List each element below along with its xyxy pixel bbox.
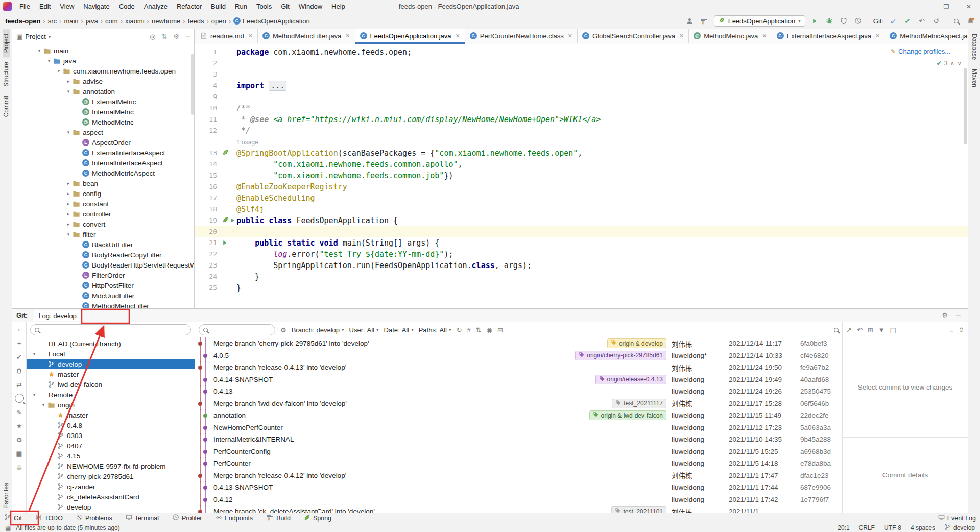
change-profiles-link[interactable]: ✎ Change profiles... (891, 47, 950, 55)
commit-row[interactable]: 0.4.13liuweidong2021/11/24 19:2625350475 (195, 385, 842, 398)
settings-icon[interactable]: ⚙ (280, 326, 286, 334)
breadcrumb-item[interactable]: com (105, 17, 118, 25)
tree-item-filterorder[interactable]: EFilterOrder (12, 270, 194, 280)
breadcrumb-item[interactable]: feeds-open (5, 17, 40, 25)
run-line-icon[interactable] (222, 237, 228, 249)
file-encoding[interactable]: UTF-8 (884, 524, 901, 531)
branch-label-pill[interactable]: origin/cherry-pick-29785d61 (575, 351, 666, 360)
close-tab-icon[interactable]: ✕ (568, 33, 572, 39)
sidebar-item-commit[interactable]: Commit (3, 91, 10, 122)
tool-switcher-icon[interactable]: ▦ (5, 524, 11, 531)
chevron-down-icon[interactable]: ▾ (31, 351, 38, 356)
commit-row[interactable]: Merge branch 'lwd-dev-falcon' into 'deve… (195, 398, 842, 410)
resize-icon[interactable]: ⇕ (959, 326, 964, 334)
branch-label-pill[interactable]: origin & develop (607, 338, 666, 348)
add-icon[interactable]: + (15, 338, 24, 348)
branch-label-pill[interactable]: origin & lwd-dev-falcon (589, 410, 666, 420)
code-line[interactable]: 1package com.xiaomi.newhome.feeds.open; (195, 46, 968, 58)
code-line[interactable]: 16@EnableZooKeeperRegistry (195, 181, 968, 192)
tree-item-bodyreaderhttpservletrequestwrap[interactable]: CBodyReaderHttpServletRequestWrap (12, 260, 194, 270)
toolwindow-button-terminal[interactable]: Terminal (126, 514, 159, 522)
branch-item-cj-zander[interactable]: cj-zander (27, 481, 195, 492)
close-tab-icon[interactable]: ✕ (456, 33, 460, 39)
chevron-down-icon[interactable]: ▾ (36, 48, 43, 53)
indent-setting[interactable]: 4 spaces (911, 524, 935, 531)
editor-tab-feedsopenapplication.java[interactable]: CFeedsOpenApplication.java✕ (355, 29, 465, 44)
commit-row[interactable]: PerfCounterConfigliuweidong2021/11/5 15:… (195, 446, 842, 458)
usages-inlay-hint[interactable]: 1 usage (236, 139, 258, 146)
expand-icon[interactable]: ⊞ (868, 326, 873, 334)
project-view-selector[interactable]: ▣ Project ▾ (16, 33, 51, 40)
settings-icon[interactable]: ⚙ (15, 435, 24, 444)
run-icon[interactable] (810, 16, 820, 26)
caret-position[interactable]: 20:1 (838, 524, 849, 531)
branch-label-pill[interactable]: test_20211101 (611, 506, 666, 513)
filter-paths[interactable]: Paths: All ▾ (419, 326, 451, 334)
editor-scrollbar[interactable] (963, 44, 968, 308)
go-to-hash-icon[interactable]: # (467, 326, 470, 334)
chevron-down-icon[interactable]: ▾ (65, 232, 72, 237)
collapse-all-icon[interactable]: ⇅ (161, 33, 167, 40)
breadcrumb-item[interactable]: open (211, 17, 226, 25)
menu-icon[interactable]: ≡ (950, 326, 954, 334)
breadcrumb-item[interactable]: main (64, 17, 78, 25)
commit-row[interactable]: Merge branch 'ck_deleteAssistantCard' in… (195, 505, 842, 513)
inspections-widget[interactable]: ✔ 3 ∧ ∨ (937, 60, 962, 67)
tree-item-bean[interactable]: ▸bean (12, 178, 194, 188)
tree-item-internalmetric[interactable]: @InternalMetric (12, 107, 194, 117)
graph-options-icon[interactable]: ⊞ (497, 326, 503, 334)
search-everywhere-icon[interactable] (951, 16, 961, 26)
commit-row[interactable]: Merge branch 'release-0.4.13' into 'deve… (195, 361, 842, 374)
toolwindow-button-spring[interactable]: Spring (304, 514, 331, 522)
menu-help[interactable]: Help (327, 2, 350, 11)
tree-item-externalinterfaceaspect[interactable]: CExternalInterfaceAspect (12, 148, 194, 158)
code-editor[interactable]: 1package com.xiaomi.newhome.feeds.open;2… (195, 44, 968, 308)
sidebar-item-maven[interactable]: Maven (971, 64, 978, 92)
commit-check-icon[interactable]: ✔ (903, 16, 912, 26)
settings-icon[interactable]: ⚙ (173, 33, 179, 40)
commit-row[interactable]: annotationorigin & lwd-dev-falconliuweid… (195, 409, 842, 422)
menu-refactor[interactable]: Refactor (172, 2, 206, 11)
prev-problem-icon[interactable]: ∧ (950, 60, 954, 67)
toolwindow-button-build[interactable]: Build (266, 514, 291, 523)
code-line[interactable]: 18@Slf4j (195, 204, 968, 215)
code-line[interactable]: 10/** (195, 103, 968, 114)
editor-tab-globalsearchcontroller.java[interactable]: CGlobalSearchController.java✕ (578, 29, 689, 44)
inlay-hint-line[interactable]: 1 usage (195, 136, 968, 148)
chevron-down-icon[interactable]: ▾ (45, 58, 53, 63)
breadcrumb-item[interactable]: xiaomi (125, 17, 145, 25)
breadcrumb-item[interactable]: java (86, 17, 98, 25)
chevron-right-icon[interactable]: ▸ (65, 191, 72, 196)
breadcrumb-item[interactable]: src (48, 17, 57, 25)
code-line[interactable]: 3 (195, 69, 968, 80)
menu-run[interactable]: Run (230, 2, 252, 11)
chevron-right-icon[interactable]: ▸ (65, 211, 72, 216)
branch-item-lwd-dev-falcon[interactable]: lwd-dev-falcon (27, 379, 195, 390)
commit-row[interactable]: 0.4.14-SNAPSHOTorigin/release-0.4.13liuw… (195, 374, 842, 386)
breadcrumb-item[interactable]: CFeedsOpenApplication (233, 17, 310, 25)
chevron-down-icon[interactable]: ▾ (65, 89, 72, 94)
sort-icon[interactable]: ⇅ (476, 326, 482, 334)
commit-row[interactable]: NewHomePerfCounterliuweidong2021/11/12 1… (195, 422, 842, 434)
filter-user[interactable]: User: All ▾ (349, 326, 379, 334)
code-line[interactable]: 4import ... (195, 80, 968, 91)
project-scrollbar[interactable] (191, 54, 194, 115)
commit-row[interactable]: 0.4.13-SNAPSHOTliuweidong2021/11/1 17:44… (195, 481, 842, 494)
branch-item-cherry-pick-29785d61[interactable]: cherry-pick-29785d61 (27, 471, 195, 481)
collapse-all-icon[interactable]: ⇊ (15, 463, 24, 472)
sidebar-item-favorites[interactable]: Favorites (3, 478, 10, 513)
preview-icon[interactable]: ◉ (487, 326, 492, 334)
commit-row[interactable]: Merge branch 'cherry-pick-29785d61' into… (195, 337, 842, 350)
menu-file[interactable]: File (15, 2, 35, 11)
locate-icon[interactable]: ◎ (150, 33, 155, 40)
tree-item-httppostfilter[interactable]: CHttpPostFilter (12, 280, 194, 291)
tree-item-com.xiaomi.newhome.feeds.open[interactable]: ▾com.xiaomi.newhome.feeds.open (12, 66, 194, 76)
menu-code[interactable]: Code (114, 2, 139, 11)
close-tab-icon[interactable]: ✕ (762, 33, 767, 39)
compare-icon[interactable]: ⇄ (15, 380, 24, 389)
filter-icon[interactable]: ▼ (878, 326, 885, 334)
editor-tab-methodmetricfilter.java[interactable]: CMethodMetricFilter.java✕ (258, 29, 355, 44)
editor-tab-externalinterfaceaspect.java[interactable]: CExternalInterfaceAspect.java✕ (772, 29, 886, 44)
search-icon[interactable] (834, 328, 839, 332)
toolwindow-button-todo[interactable]: TODO (35, 514, 63, 522)
